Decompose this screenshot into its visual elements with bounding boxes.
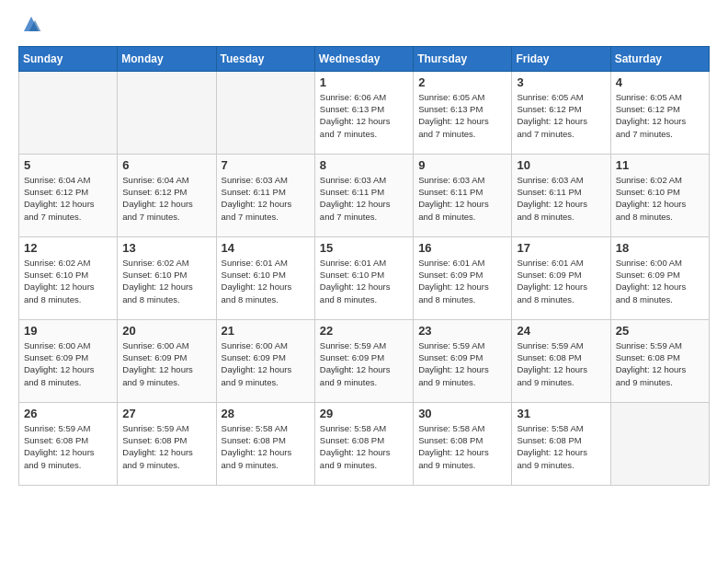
calendar-header-row: SundayMondayTuesdayWednesdayThursdayFrid… <box>19 46 710 71</box>
calendar-cell: 28Sunrise: 5:58 AM Sunset: 6:08 PM Dayli… <box>216 402 314 485</box>
day-of-week-header: Friday <box>512 46 610 71</box>
calendar-cell: 6Sunrise: 6:04 AM Sunset: 6:12 PM Daylig… <box>118 154 216 236</box>
calendar-week-row: 26Sunrise: 5:59 AM Sunset: 6:08 PM Dayli… <box>19 402 710 485</box>
calendar-cell <box>216 71 314 154</box>
day-info: Sunrise: 6:01 AM Sunset: 6:09 PM Dayligh… <box>418 257 506 305</box>
day-number: 13 <box>122 241 210 255</box>
calendar-cell: 22Sunrise: 5:59 AM Sunset: 6:09 PM Dayli… <box>314 319 413 402</box>
day-info: Sunrise: 6:01 AM Sunset: 6:10 PM Dayligh… <box>320 257 408 305</box>
calendar-table: SundayMondayTuesdayWednesdayThursdayFrid… <box>18 46 710 486</box>
logo-icon <box>20 13 42 35</box>
calendar-cell: 11Sunrise: 6:02 AM Sunset: 6:10 PM Dayli… <box>610 154 709 236</box>
day-number: 4 <box>616 75 704 89</box>
day-number: 3 <box>517 75 605 89</box>
day-number: 10 <box>517 158 605 172</box>
day-number: 23 <box>418 324 506 338</box>
calendar-week-row: 5Sunrise: 6:04 AM Sunset: 6:12 PM Daylig… <box>19 154 710 236</box>
day-info: Sunrise: 6:04 AM Sunset: 6:12 PM Dayligh… <box>24 174 112 223</box>
calendar-cell: 18Sunrise: 6:00 AM Sunset: 6:09 PM Dayli… <box>610 236 709 319</box>
day-info: Sunrise: 5:59 AM Sunset: 6:09 PM Dayligh… <box>320 339 408 388</box>
day-number: 1 <box>320 75 408 89</box>
day-number: 16 <box>418 241 506 255</box>
day-number: 15 <box>320 241 408 255</box>
calendar-cell: 20Sunrise: 6:00 AM Sunset: 6:09 PM Dayli… <box>118 319 216 402</box>
calendar-week-row: 12Sunrise: 6:02 AM Sunset: 6:10 PM Dayli… <box>19 236 710 319</box>
day-info: Sunrise: 6:04 AM Sunset: 6:12 PM Dayligh… <box>122 174 210 223</box>
calendar-cell <box>610 402 709 485</box>
day-number: 29 <box>320 407 408 420</box>
calendar-cell: 5Sunrise: 6:04 AM Sunset: 6:12 PM Daylig… <box>19 154 118 236</box>
calendar-cell: 13Sunrise: 6:02 AM Sunset: 6:10 PM Dayli… <box>118 236 216 319</box>
calendar-cell: 21Sunrise: 6:00 AM Sunset: 6:09 PM Dayli… <box>216 319 314 402</box>
day-info: Sunrise: 6:01 AM Sunset: 6:09 PM Dayligh… <box>517 257 605 305</box>
calendar-cell: 8Sunrise: 6:03 AM Sunset: 6:11 PM Daylig… <box>314 154 413 236</box>
calendar-week-row: 1Sunrise: 6:06 AM Sunset: 6:13 PM Daylig… <box>19 71 710 154</box>
day-info: Sunrise: 6:06 AM Sunset: 6:13 PM Dayligh… <box>320 91 408 140</box>
day-number: 30 <box>418 407 506 420</box>
day-info: Sunrise: 6:00 AM Sunset: 6:09 PM Dayligh… <box>122 339 210 388</box>
day-info: Sunrise: 5:59 AM Sunset: 6:09 PM Dayligh… <box>418 339 506 388</box>
day-number: 9 <box>418 158 506 172</box>
day-number: 27 <box>122 407 210 420</box>
day-number: 14 <box>222 241 310 255</box>
day-number: 31 <box>517 407 605 420</box>
calendar-cell <box>118 71 216 154</box>
day-info: Sunrise: 5:59 AM Sunset: 6:08 PM Dayligh… <box>616 339 704 388</box>
calendar-cell: 3Sunrise: 6:05 AM Sunset: 6:12 PM Daylig… <box>512 71 610 154</box>
calendar-cell: 25Sunrise: 5:59 AM Sunset: 6:08 PM Dayli… <box>610 319 709 402</box>
page-header <box>18 18 710 37</box>
calendar-cell: 27Sunrise: 5:59 AM Sunset: 6:08 PM Dayli… <box>118 402 216 485</box>
day-info: Sunrise: 5:59 AM Sunset: 6:08 PM Dayligh… <box>122 422 210 471</box>
calendar-cell: 9Sunrise: 6:03 AM Sunset: 6:11 PM Daylig… <box>414 154 512 236</box>
calendar-week-row: 19Sunrise: 6:00 AM Sunset: 6:09 PM Dayli… <box>19 319 710 402</box>
day-info: Sunrise: 5:58 AM Sunset: 6:08 PM Dayligh… <box>517 422 605 471</box>
calendar-cell: 1Sunrise: 6:06 AM Sunset: 6:13 PM Daylig… <box>314 71 413 154</box>
calendar-cell: 16Sunrise: 6:01 AM Sunset: 6:09 PM Dayli… <box>414 236 512 319</box>
day-number: 26 <box>24 407 112 420</box>
day-of-week-header: Monday <box>118 46 216 71</box>
day-info: Sunrise: 5:58 AM Sunset: 6:08 PM Dayligh… <box>222 422 310 471</box>
day-of-week-header: Thursday <box>414 46 512 71</box>
day-info: Sunrise: 6:03 AM Sunset: 6:11 PM Dayligh… <box>517 174 605 223</box>
calendar-cell: 4Sunrise: 6:05 AM Sunset: 6:12 PM Daylig… <box>610 71 709 154</box>
day-number: 11 <box>616 158 704 172</box>
calendar-cell: 15Sunrise: 6:01 AM Sunset: 6:10 PM Dayli… <box>314 236 413 319</box>
day-number: 28 <box>222 407 310 420</box>
calendar-cell: 14Sunrise: 6:01 AM Sunset: 6:10 PM Dayli… <box>216 236 314 319</box>
day-number: 24 <box>517 324 605 338</box>
day-number: 18 <box>616 241 704 255</box>
calendar-cell <box>19 71 118 154</box>
day-of-week-header: Wednesday <box>314 46 413 71</box>
day-info: Sunrise: 6:05 AM Sunset: 6:12 PM Dayligh… <box>517 91 605 140</box>
day-number: 17 <box>517 241 605 255</box>
day-info: Sunrise: 6:02 AM Sunset: 6:10 PM Dayligh… <box>616 174 704 223</box>
day-number: 2 <box>418 75 506 89</box>
day-info: Sunrise: 6:01 AM Sunset: 6:10 PM Dayligh… <box>222 257 310 305</box>
day-number: 12 <box>24 241 112 255</box>
day-info: Sunrise: 5:59 AM Sunset: 6:08 PM Dayligh… <box>24 422 112 471</box>
calendar-cell: 2Sunrise: 6:05 AM Sunset: 6:13 PM Daylig… <box>414 71 512 154</box>
day-info: Sunrise: 5:58 AM Sunset: 6:08 PM Dayligh… <box>418 422 506 471</box>
day-number: 19 <box>24 324 112 338</box>
day-number: 8 <box>320 158 408 172</box>
day-number: 7 <box>222 158 310 172</box>
calendar-cell: 31Sunrise: 5:58 AM Sunset: 6:08 PM Dayli… <box>512 402 610 485</box>
calendar-cell: 7Sunrise: 6:03 AM Sunset: 6:11 PM Daylig… <box>216 154 314 236</box>
day-info: Sunrise: 6:00 AM Sunset: 6:09 PM Dayligh… <box>616 257 704 305</box>
day-info: Sunrise: 6:02 AM Sunset: 6:10 PM Dayligh… <box>24 257 112 305</box>
calendar-cell: 23Sunrise: 5:59 AM Sunset: 6:09 PM Dayli… <box>414 319 512 402</box>
calendar-cell: 10Sunrise: 6:03 AM Sunset: 6:11 PM Dayli… <box>512 154 610 236</box>
day-number: 22 <box>320 324 408 338</box>
calendar-cell: 26Sunrise: 5:59 AM Sunset: 6:08 PM Dayli… <box>19 402 118 485</box>
day-info: Sunrise: 6:00 AM Sunset: 6:09 PM Dayligh… <box>222 339 310 388</box>
day-info: Sunrise: 6:05 AM Sunset: 6:13 PM Dayligh… <box>418 91 506 140</box>
calendar-cell: 19Sunrise: 6:00 AM Sunset: 6:09 PM Dayli… <box>19 319 118 402</box>
day-info: Sunrise: 6:05 AM Sunset: 6:12 PM Dayligh… <box>616 91 704 140</box>
day-number: 20 <box>122 324 210 338</box>
calendar-cell: 29Sunrise: 5:58 AM Sunset: 6:08 PM Dayli… <box>314 402 413 485</box>
day-info: Sunrise: 5:58 AM Sunset: 6:08 PM Dayligh… <box>320 422 408 471</box>
day-number: 25 <box>616 324 704 338</box>
day-info: Sunrise: 6:03 AM Sunset: 6:11 PM Dayligh… <box>320 174 408 223</box>
logo <box>18 18 42 37</box>
day-info: Sunrise: 5:59 AM Sunset: 6:08 PM Dayligh… <box>517 339 605 388</box>
